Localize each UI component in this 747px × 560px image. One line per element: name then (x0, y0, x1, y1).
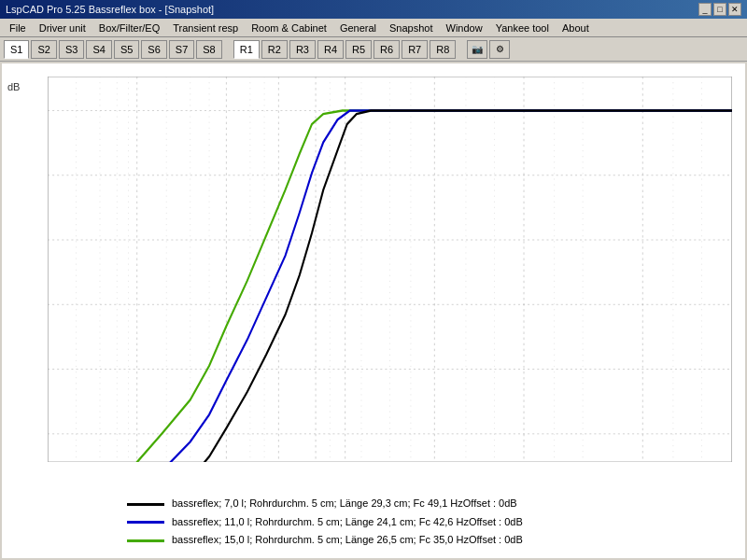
tab-r8[interactable]: R8 (430, 40, 456, 59)
tab-s1[interactable]: S1 (4, 40, 29, 59)
menu-item-driver-unit[interactable]: Driver unit (34, 21, 92, 35)
tab-s6[interactable]: S6 (141, 40, 166, 59)
menu-item-snapshot[interactable]: Snapshot (384, 21, 438, 35)
legend-item-1: bassreflex; 7,0 l; Rohrdurchm. 5 cm; Län… (127, 496, 732, 512)
legend-color-3 (127, 539, 164, 542)
menu-item-transient-resp[interactable]: Transient resp (167, 21, 244, 35)
toolbar: S1S2S3S4S5S6S7S8R1R2R3R4R5R6R7R8📷⚙ (0, 37, 747, 62)
menu-item-about[interactable]: About (557, 21, 595, 35)
tab-s3[interactable]: S3 (59, 40, 84, 59)
tab-r4[interactable]: R4 (317, 40, 344, 59)
tab-s4[interactable]: S4 (86, 40, 111, 59)
settings-icon[interactable]: ⚙ (489, 40, 510, 59)
maximize-button[interactable]: □ (713, 3, 726, 16)
close-button[interactable]: ✕ (728, 3, 741, 16)
tab-r6[interactable]: R6 (374, 40, 400, 59)
menu-item-general[interactable]: General (334, 21, 382, 35)
snapshot-icon[interactable]: 📷 (467, 40, 487, 59)
tab-r5[interactable]: R5 (345, 40, 372, 59)
tab-s8[interactable]: S8 (196, 40, 221, 59)
tab-s2[interactable]: S2 (31, 40, 56, 59)
legend-text-2: bassreflex; 11,0 l; Rohrdurchm. 5 cm; Lä… (172, 514, 523, 531)
y-axis-label: dB (7, 81, 20, 92)
tab-r7[interactable]: R7 (402, 40, 428, 59)
menu-item-window[interactable]: Window (441, 21, 488, 35)
minimize-button[interactable]: _ (698, 3, 712, 16)
legend-text-3: bassreflex; 15,0 l; Rohrdurchm. 5 cm; Lä… (172, 532, 523, 549)
menu-item-yankee-tool[interactable]: Yankee tool (490, 21, 555, 35)
tab-r1[interactable]: R1 (233, 40, 260, 59)
legend-item-2: bassreflex; 11,0 l; Rohrdurchm. 5 cm; Lä… (127, 514, 732, 531)
legend: bassreflex; 7,0 l; Rohrdurchm. 5 cm; Län… (6, 490, 741, 554)
tab-s7[interactable]: S7 (169, 40, 194, 59)
tab-s5[interactable]: S5 (114, 40, 139, 59)
tab-r2[interactable]: R2 (261, 40, 288, 59)
title-bar: LspCAD Pro 5.25 Bassreflex box - [Snapsh… (0, 0, 747, 19)
window-title: LspCAD Pro 5.25 Bassreflex box - [Snapsh… (6, 4, 214, 15)
main-content: dB (2, 63, 745, 558)
legend-color-1 (127, 503, 164, 506)
chart-area: 90.00 85.00 80.00 75.00 70.00 65.00 5 Hz… (48, 77, 732, 462)
legend-color-2 (127, 521, 164, 524)
legend-item-3: bassreflex; 15,0 l; Rohrdurchm. 5 cm; Lä… (127, 532, 732, 549)
chart-container: dB (6, 67, 741, 554)
menu-item-file[interactable]: File (4, 21, 32, 35)
window-controls: _ □ ✕ (698, 3, 741, 16)
menu-item-box-filter-eq[interactable]: Box/Filter/EQ (93, 21, 165, 35)
legend-text-1: bassreflex; 7,0 l; Rohrdurchm. 5 cm; Län… (172, 496, 517, 512)
menu-item-room---cabinet[interactable]: Room & Cabinet (246, 21, 332, 35)
chart-svg: 90.00 85.00 80.00 75.00 70.00 65.00 5 Hz… (48, 77, 732, 462)
menu-bar: FileDriver unitBox/Filter/EQTransient re… (0, 19, 747, 37)
tab-r3[interactable]: R3 (289, 40, 316, 59)
